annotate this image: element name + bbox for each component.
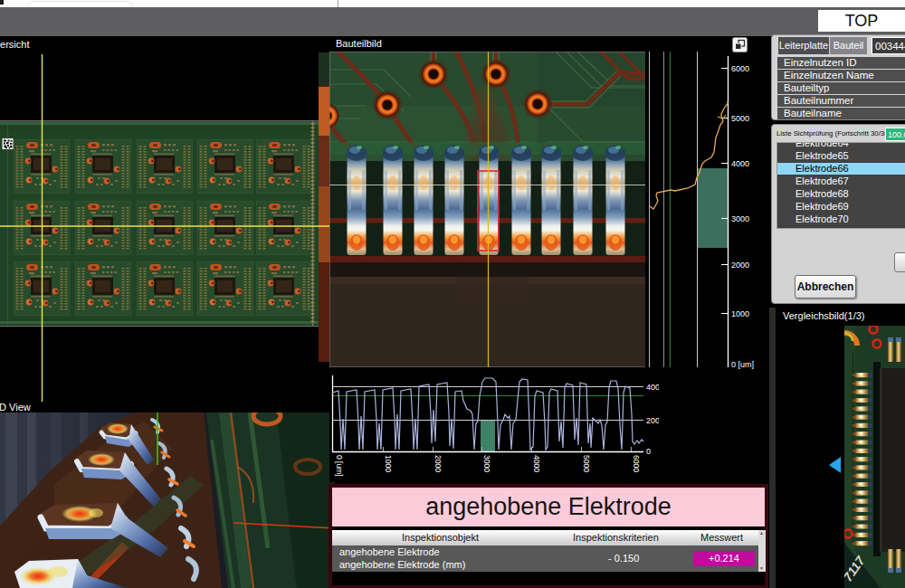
svg-text:2000: 2000 (731, 261, 749, 270)
svg-text:1000: 1000 (384, 455, 393, 472)
svg-text:2000: 2000 (433, 455, 443, 472)
svg-text:200: 200 (646, 416, 659, 425)
svg-text:4000: 4000 (532, 455, 541, 472)
svg-text:6000: 6000 (632, 455, 641, 472)
svg-text:4000: 4000 (731, 159, 749, 168)
svg-text:6000: 6000 (731, 64, 749, 73)
svg-text:0 [um]: 0 [um] (335, 455, 344, 477)
svg-text:400: 400 (646, 383, 659, 392)
svg-text:5000: 5000 (582, 455, 591, 472)
svg-text:3000: 3000 (482, 455, 491, 472)
svg-text:3000: 3000 (731, 214, 749, 223)
svg-text:0 [um]: 0 [um] (731, 360, 754, 369)
svg-text:1000: 1000 (731, 309, 749, 318)
svg-text:5000: 5000 (731, 114, 749, 123)
svg-text:0: 0 (646, 447, 651, 456)
